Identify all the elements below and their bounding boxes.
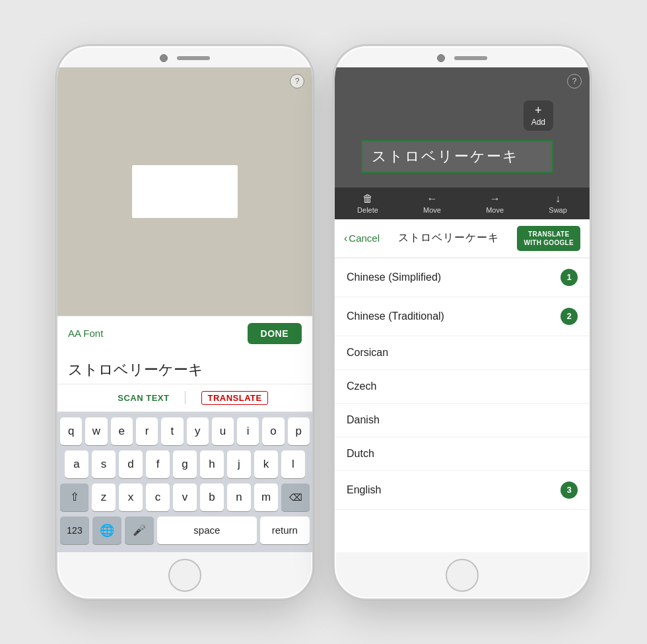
page-title: ストロベリーケーキ [385, 231, 512, 245]
number-key[interactable]: 123 [60, 517, 89, 544]
overlay-text: ストロベリーケーキ [372, 148, 519, 164]
globe-key[interactable]: 🌐 [92, 517, 121, 544]
keyboard: q w e r t y u i o p a s d f g h [57, 412, 312, 552]
phone1-toolbar: AA Font DONE [57, 316, 312, 351]
key-n[interactable]: n [227, 483, 251, 511]
done-button[interactable]: DONE [248, 323, 302, 344]
language-name: Chinese (Traditional) [347, 310, 444, 322]
speaker-2 [454, 56, 487, 60]
key-g[interactable]: g [173, 450, 197, 478]
key-k[interactable]: k [254, 450, 278, 478]
language-item[interactable]: Chinese (Simplified)1 [335, 258, 590, 297]
key-q[interactable]: q [60, 417, 82, 445]
language-item[interactable]: Chinese (Traditional)2 [335, 297, 590, 336]
cancel-button[interactable]: ‹ Cancel [344, 233, 380, 244]
text-input-area[interactable]: ストロベリーケーキ [57, 351, 312, 384]
space-key[interactable]: space [157, 517, 257, 544]
return-key[interactable]: return [260, 517, 310, 544]
move-right-label: Move [486, 206, 504, 214]
key-y[interactable]: y [187, 417, 209, 445]
arrow-left-icon: ← [427, 193, 438, 205]
camera-icon [160, 54, 168, 62]
home-button-2[interactable] [446, 559, 479, 592]
language-name: Danish [347, 414, 380, 426]
canvas-area: ? [57, 67, 312, 316]
translate-google-button[interactable]: TRANSLATE WITH GOOGLE [517, 226, 580, 251]
font-label[interactable]: AA Font [68, 328, 103, 339]
shift-key[interactable]: ⇧ [60, 483, 88, 511]
key-b[interactable]: b [200, 483, 224, 511]
phone-1-bottom [57, 552, 312, 598]
phone-2-screen: ? + Add ストロベリーケーキ 🗑 Delete ← Move [335, 67, 590, 552]
language-name: Czech [347, 380, 376, 392]
keyboard-row-3: ⇧ z x c v b n m ⌫ [60, 483, 310, 511]
translate-button[interactable]: TRANSLATE [201, 391, 267, 405]
swap-icon: ↓ [555, 193, 561, 205]
help-button-2[interactable]: ? [567, 74, 582, 89]
move-left-label: Move [423, 206, 441, 214]
speaker [177, 56, 210, 60]
key-r[interactable]: r [136, 417, 158, 445]
chevron-left-icon: ‹ [344, 233, 347, 244]
preview-area: ? + Add ストロベリーケーキ 🗑 Delete ← Move [335, 67, 590, 219]
key-x[interactable]: x [119, 483, 143, 511]
delete-tool[interactable]: 🗑 Delete [357, 193, 378, 214]
move-right-tool[interactable]: → Move [486, 193, 504, 214]
key-o[interactable]: o [262, 417, 284, 445]
mic-key[interactable]: 🎤 [125, 517, 154, 544]
help-button[interactable]: ? [290, 74, 304, 89]
language-list: Chinese (Simplified)1Chinese (Traditiona… [335, 258, 590, 552]
key-s[interactable]: s [92, 450, 116, 478]
key-i[interactable]: i [237, 417, 259, 445]
key-e[interactable]: e [111, 417, 133, 445]
preview-toolbar: 🗑 Delete ← Move → Move ↓ Swap [335, 188, 590, 219]
key-f[interactable]: f [146, 450, 170, 478]
key-z[interactable]: z [92, 483, 116, 511]
phone-2-top-bar [335, 46, 590, 67]
cancel-label: Cancel [349, 233, 380, 244]
arrow-right-icon: → [490, 193, 500, 205]
language-item[interactable]: Danish [335, 404, 590, 437]
language-name: English [347, 484, 381, 496]
key-w[interactable]: w [85, 417, 107, 445]
language-item[interactable]: Czech [335, 370, 590, 404]
canvas-white-box [132, 165, 238, 218]
key-d[interactable]: d [119, 450, 143, 478]
text-overlay-box[interactable]: ストロベリーケーキ [361, 140, 553, 173]
swap-tool[interactable]: ↓ Swap [549, 193, 567, 214]
phone-1: ? AA Font DONE ストロベリーケーキ SCAN TEXT TRANS… [56, 45, 314, 600]
key-h[interactable]: h [200, 450, 224, 478]
delete-key[interactable]: ⌫ [281, 483, 310, 511]
camera-icon-2 [437, 54, 445, 62]
keyboard-row-2: a s d f g h j k l [60, 450, 310, 478]
language-item[interactable]: Dutch [335, 437, 590, 471]
language-name: Dutch [347, 448, 374, 460]
action-bar: ‹ Cancel ストロベリーケーキ TRANSLATE WITH GOOGLE [335, 219, 590, 258]
phones-container: ? AA Font DONE ストロベリーケーキ SCAN TEXT TRANS… [56, 45, 591, 600]
key-c[interactable]: c [146, 483, 170, 511]
key-j[interactable]: j [227, 450, 251, 478]
keyboard-row-1: q w e r t y u i o p [60, 417, 310, 445]
key-p[interactable]: p [288, 417, 310, 445]
key-v[interactable]: v [173, 483, 197, 511]
actions-bar: SCAN TEXT TRANSLATE [57, 384, 312, 412]
key-t[interactable]: t [161, 417, 183, 445]
language-item[interactable]: English3 [335, 471, 590, 510]
language-item[interactable]: Corsican [335, 336, 590, 370]
add-button[interactable]: + Add [524, 100, 553, 131]
scan-text-button[interactable]: SCAN TEXT [102, 393, 185, 403]
phone-1-top-bar [57, 46, 312, 67]
language-badge: 3 [561, 482, 578, 499]
key-u[interactable]: u [212, 417, 234, 445]
key-m[interactable]: m [254, 483, 278, 511]
phone-2: ? + Add ストロベリーケーキ 🗑 Delete ← Move [333, 45, 591, 600]
translate-line2: WITH GOOGLE [524, 238, 574, 247]
plus-icon: + [535, 104, 542, 116]
key-l[interactable]: l [281, 450, 305, 478]
home-button[interactable] [168, 559, 201, 592]
language-badge: 2 [561, 308, 578, 325]
move-left-tool[interactable]: ← Move [423, 193, 441, 214]
add-label: Add [531, 118, 545, 127]
key-a[interactable]: a [65, 450, 88, 478]
language-name: Corsican [347, 347, 388, 359]
